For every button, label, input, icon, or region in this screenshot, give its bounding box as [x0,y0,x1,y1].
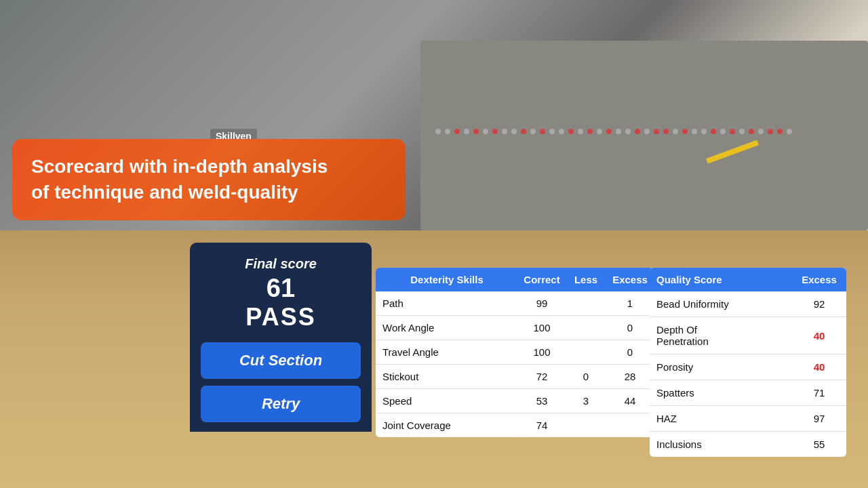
skill-path: Path [376,291,518,315]
quality-penetration-label: Depth OfPenetration [650,317,792,354]
skill-work-angle: Work Angle [376,316,518,340]
table-row-joint-coverage: Joint Coverage 74 [376,413,654,437]
dexterity-table: Dexterity Skills Correct Less Excess Pat… [376,268,654,437]
scorecard-panel: Final score 61 PASS Cut Section Retry [190,243,372,432]
less-travel-angle [566,340,606,364]
quality-row-bead: Bead Uniformity 92 [650,291,846,317]
table-row: Speed 53 3 44 [376,389,654,413]
quality-inclusions-value: 55 [792,432,846,457]
skill-speed: Speed [376,389,518,413]
score-number: 61 [201,274,361,303]
skill-stickout: Stickout [376,365,518,388]
th-correct: Correct [518,268,566,291]
quality-porosity-label: Porosity [650,354,792,380]
table-row: Travel Angle 100 0 [376,340,654,365]
skill-travel-angle: Travel Angle [376,340,518,364]
quality-penetration-value: 40 [792,323,846,348]
less-speed: 3 [566,389,606,413]
welding-surface-panel [420,41,868,230]
banner-text: Scorecard with in-depth analysis of tech… [31,154,387,205]
quality-row-porosity: Porosity 40 [650,354,846,380]
qth-quality-excess: Excess [792,268,846,291]
excess-speed: 44 [606,389,654,413]
th-dexterity-skills: Dexterity Skills [376,268,518,291]
correct-speed: 53 [518,389,566,413]
less-joint-coverage [566,413,606,437]
qth-quality-score: Quality Score [650,268,792,291]
quality-row-penetration: Depth OfPenetration 40 [650,317,846,354]
correct-path: 99 [518,291,566,315]
quality-porosity-value: 40 [792,354,846,380]
final-score-label: Final score [201,256,361,272]
th-excess: Excess [606,268,654,291]
quality-spatters-value: 71 [792,380,846,405]
correct-travel-angle: 100 [518,340,566,364]
excess-joint-coverage [606,413,654,437]
quality-row-spatters: Spatters 71 [650,380,846,406]
correct-joint-coverage: 74 [518,413,566,437]
table-row: Path 99 1 [376,291,654,316]
feature-banner: Scorecard with in-depth analysis of tech… [12,139,406,220]
quality-row-haz: HAZ 97 [650,406,846,432]
less-path [566,291,606,315]
excess-path: 1 [606,291,654,315]
less-stickout: 0 [566,365,606,388]
correct-stickout: 72 [518,365,566,388]
table-row: Work Angle 100 0 [376,316,654,340]
quality-bead-value: 92 [792,291,846,317]
skill-joint-coverage: Joint Coverage [376,413,518,437]
quality-spatters-label: Spatters [650,380,792,405]
dexterity-header: Dexterity Skills Correct Less Excess [376,268,654,291]
cut-section-button[interactable]: Cut Section [201,342,361,379]
correct-work-angle: 100 [518,316,566,340]
table-row: Stickout 72 0 28 [376,365,654,389]
quality-header: Quality Score Excess [650,268,846,291]
th-less: Less [566,268,606,291]
quality-haz-label: HAZ [650,406,792,431]
quality-panel: Quality Score Excess Bead Uniformity 92 … [650,268,846,457]
excess-work-angle: 0 [606,316,654,340]
retry-button[interactable]: Retry [201,386,361,422]
excess-travel-angle: 0 [606,340,654,364]
pass-label: PASS [201,303,361,331]
excess-stickout: 28 [606,365,654,388]
quality-haz-value: 97 [792,406,846,431]
quality-bead-label: Bead Uniformity [650,291,792,317]
quality-inclusions-label: Inclusions [650,432,792,457]
quality-row-inclusions: Inclusions 55 [650,432,846,457]
less-work-angle [566,316,606,340]
